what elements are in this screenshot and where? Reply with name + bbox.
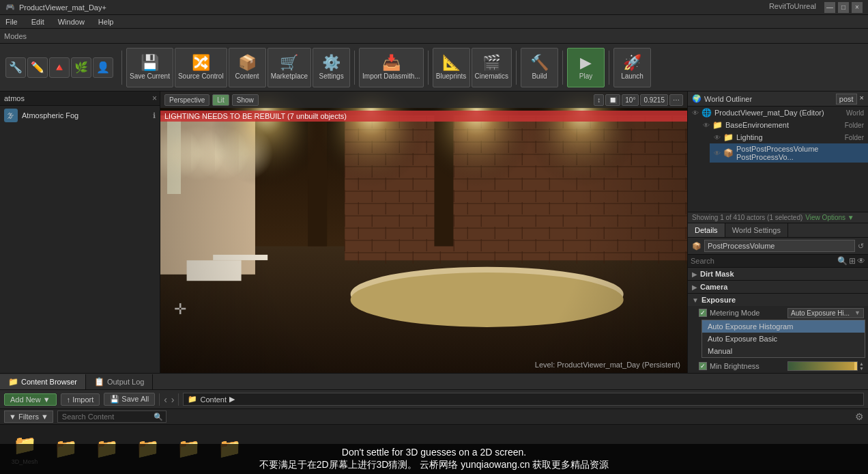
build-button[interactable]: 🔨 Build	[521, 48, 558, 87]
metering-mode-checkbox[interactable]: ✓	[699, 309, 707, 317]
mode-btn-1[interactable]: 🔧	[5, 57, 26, 78]
perspective-btn[interactable]: Perspective	[164, 94, 209, 106]
show-btn[interactable]: Show	[232, 94, 259, 106]
min-brightness-arrows: ▲▼	[859, 361, 864, 371]
menu-help[interactable]: Help	[96, 16, 117, 27]
cb-search-icon[interactable]: 🔍	[154, 413, 166, 421]
atmospheric-fog-info-icon[interactable]: ℹ	[153, 111, 156, 120]
outliner-row-base[interactable]: 👁 📁 BaseEnvironement Folder	[699, 119, 868, 131]
blueprints-icon: 📐	[442, 55, 461, 70]
play-button[interactable]: ▶ Play	[567, 48, 605, 87]
menu-window[interactable]: Window	[55, 16, 87, 27]
left-search-input[interactable]	[3, 93, 152, 104]
vp-settings-icon[interactable]: ⋯	[669, 94, 683, 106]
content-path[interactable]: 📁 Content ▶	[183, 393, 864, 406]
blueprints-button[interactable]: 📐 Blueprints	[433, 48, 470, 87]
details-grid-icon[interactable]: ⊞	[849, 256, 856, 266]
metering-mode-value: Auto Exposure Hi... ▼	[787, 308, 864, 318]
outliner-row-ppv[interactable]: 👁 📦 PostPostProcessVolume PostProcessVo.…	[710, 143, 868, 163]
mode-btn-3[interactable]: 🔺	[49, 57, 70, 78]
search-clear-icon[interactable]: ×	[152, 94, 157, 103]
outliner-search-input-box[interactable]: post	[836, 94, 857, 104]
grid-val[interactable]: 10°	[622, 94, 639, 106]
dropdown-item-histogram[interactable]: Auto Exposure Histogram	[702, 320, 865, 333]
metering-mode-label: Metering Mode	[710, 309, 785, 317]
details-eye-icon[interactable]: 👁	[857, 256, 865, 266]
cb-settings-icon[interactable]: ⚙	[855, 411, 864, 422]
outliner-row-world[interactable]: 👁 🌐 ProductViewer_mat_Day (Editor) World	[688, 107, 868, 119]
settings-label: Settings	[319, 72, 344, 80]
tab-details[interactable]: Details	[688, 223, 725, 237]
dropdown-item-manual[interactable]: Manual	[702, 345, 865, 357]
lighting-label: Lighting	[736, 133, 842, 141]
scale-val[interactable]: 0.9215	[640, 94, 668, 106]
details-search-input[interactable]	[691, 257, 836, 265]
mode-btn-2[interactable]: ✏️	[27, 57, 48, 78]
min-brightness-checkbox[interactable]: ✓	[699, 362, 707, 370]
section-camera: ▶ Camera	[688, 281, 868, 294]
save-all-button[interactable]: 💾 Save All	[104, 393, 155, 406]
visibility-icon-base[interactable]: 👁	[703, 122, 710, 129]
tab-content-browser[interactable]: 📁 Content Browser	[0, 374, 86, 389]
titlebar: 🎮 ProductViewer_mat_Day+ RevitToUnreal —…	[0, 0, 868, 15]
add-new-button[interactable]: Add New ▼	[4, 393, 57, 406]
cinematics-icon: 🎬	[482, 55, 501, 70]
right-panel: 🌍 World Outliner post × 👁 🌐 ProductViewe…	[687, 92, 868, 373]
move-icon[interactable]: ↕	[594, 94, 604, 106]
cb-nav-back[interactable]: ‹	[164, 394, 167, 405]
section-header-camera[interactable]: ▶ Camera	[688, 281, 868, 293]
launch-button[interactable]: 🚀 Launch	[613, 48, 651, 87]
maximize-button[interactable]: □	[838, 2, 849, 13]
outliner-close-icon[interactable]: ×	[860, 94, 864, 104]
minimize-button[interactable]: —	[824, 2, 835, 13]
content-button[interactable]: 📦 Content	[229, 48, 266, 87]
source-control-button[interactable]: 🔀 Source Control	[175, 48, 227, 87]
tab-output-log[interactable]: 📋 Output Log	[86, 374, 153, 389]
mode-btn-4[interactable]: 🌿	[71, 57, 91, 78]
play-icon: ▶	[580, 55, 592, 70]
watermark-en-text: Don't settle for 3D guesses on a 2D scre…	[7, 447, 861, 458]
marketplace-button[interactable]: 🛒 Marketplace	[267, 48, 311, 87]
section-header-dirt-mask[interactable]: ▶ Dirt Mask	[688, 268, 868, 280]
visibility-icon-ppv[interactable]: 👁	[714, 150, 721, 157]
menu-edit[interactable]: Edit	[29, 16, 47, 27]
ppv-reset-icon[interactable]: ↺	[858, 242, 864, 251]
metering-mode-row: ✓ Metering Mode Auto Exposure Hi... ▼	[688, 306, 868, 320]
content-search-input[interactable]	[58, 411, 154, 422]
dropdown-item-basic[interactable]: Auto Exposure Basic	[702, 333, 865, 345]
filters-button[interactable]: ▼ Filters ▼	[4, 410, 53, 423]
visibility-icon-world[interactable]: 👁	[692, 109, 699, 117]
outliner-row-lighting[interactable]: 👁 📁 Lighting Folder	[710, 131, 868, 143]
snap-icon[interactable]: 🔲	[605, 94, 620, 106]
view-options-button[interactable]: View Options ▼	[805, 214, 854, 221]
cinematics-button[interactable]: 🎬 Cinematics	[472, 48, 512, 87]
save-button[interactable]: 💾 Save Current	[126, 48, 173, 87]
toolbar: 🔧 ✏️ 🔺 🌿 👤 💾 Save Current 🔀 Source Contr…	[0, 44, 868, 92]
visibility-icon-lighting[interactable]: 👁	[714, 134, 721, 141]
menu-file[interactable]: File	[3, 16, 20, 27]
mode-btn-5[interactable]: 👤	[93, 57, 113, 78]
content-label: Content	[235, 72, 259, 80]
import-button[interactable]: 📥 Import Datasmith...	[359, 48, 423, 87]
ppv-name-input[interactable]	[704, 240, 855, 252]
source-control-label: Source Control	[178, 72, 224, 80]
metering-mode-dropdown[interactable]: Auto Exposure Hi... ▼	[787, 308, 864, 318]
metering-mode-menu-container: Auto Exposure Histogram Auto Exposure Ba…	[699, 320, 868, 358]
modes-bar: Modes	[0, 29, 868, 44]
viewport[interactable]: Perspective Lit Show ↕ 🔲 10° 0.9215 ⋯ LI…	[160, 92, 687, 373]
tab-world-settings[interactable]: World Settings	[725, 223, 788, 237]
lit-btn[interactable]: Lit	[212, 94, 229, 106]
settings-button[interactable]: ⚙️ Settings	[313, 48, 350, 87]
save-label: Save Current	[130, 72, 170, 80]
section-header-exposure[interactable]: ▼ Exposure	[688, 294, 868, 306]
cb-filter-row: ▼ Filters ▼ 🔍 ⚙	[0, 409, 868, 425]
details-search-icon[interactable]: 🔍	[837, 256, 848, 266]
close-button[interactable]: ×	[852, 2, 863, 13]
cb-nav-fwd[interactable]: ›	[171, 394, 175, 405]
atmospheric-fog-item[interactable]: 🌫 Atmospheric Fog ℹ	[0, 106, 160, 125]
min-brightness-slider[interactable]	[787, 361, 858, 371]
exposure-arrow-icon: ▼	[692, 296, 699, 304]
import-content-button[interactable]: ↑ Import	[61, 393, 100, 406]
marketplace-label: Marketplace	[271, 72, 308, 80]
middle-row: × 🌫 Atmospheric Fog ℹ Perspective Lit Sh…	[0, 92, 868, 373]
